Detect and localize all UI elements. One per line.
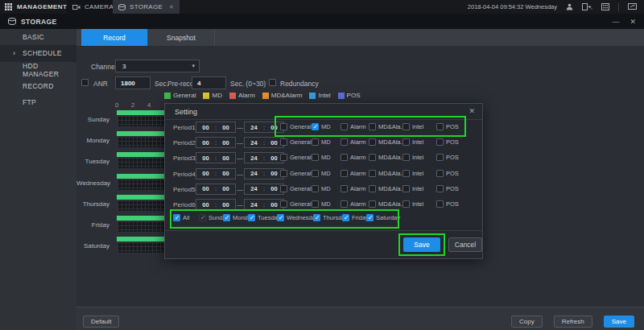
checkbox-period6-pos[interactable]: POS <box>436 200 459 208</box>
sidebar-item-ftp[interactable]: › FTP <box>0 94 76 110</box>
day-checkbox-wednesday[interactable]: Wednesday <box>277 214 318 221</box>
legend-swatch <box>203 93 209 99</box>
checkbox-period3-general[interactable]: General <box>280 154 312 161</box>
start-time-input[interactable]: 00:00 <box>196 137 236 148</box>
legend-swatch <box>309 93 316 99</box>
checkbox-period4-general[interactable]: General <box>280 170 312 177</box>
start-time-input[interactable]: 00:00 <box>196 168 236 179</box>
checkbox-period1-intel[interactable]: Intel <box>402 123 423 130</box>
sidebar-item-schedule[interactable]: › SCHEDULE <box>0 45 76 61</box>
schedule-day-label: Saturday <box>76 242 113 250</box>
checkbox-period2-general[interactable]: General <box>280 138 312 146</box>
checkbox-period3-intel[interactable]: Intel <box>402 154 423 161</box>
top-menu-bar: MANAGEMENT CAMERA ✕ STORAGE ✕ 2018-04-04… <box>0 0 644 14</box>
channel-select[interactable]: 3 ▾ <box>115 60 200 72</box>
checkbox-period5-general[interactable]: General <box>280 185 312 192</box>
period-label: Period2 <box>173 139 196 146</box>
checkbox-period4-md[interactable]: MD <box>312 170 331 177</box>
checkbox-period5-intel[interactable]: Intel <box>402 185 423 192</box>
record-type-legend: General MD Alarm MD&Alarm Intel POS <box>164 92 361 99</box>
legend-swatch <box>229 93 236 99</box>
checkbox-period2-md-ala[interactable]: MD&Ala... <box>369 138 406 146</box>
topbar-right: 2018-04-04 09:54:32 Wednesday <box>468 0 644 14</box>
checkbox-period1-general[interactable]: General <box>280 123 312 130</box>
checkbox-period4-alarm[interactable]: Alarm <box>341 170 366 177</box>
checkbox-period5-md[interactable]: MD <box>312 185 331 192</box>
sidebar-item-basic[interactable]: › BASIC <box>0 29 76 45</box>
dialog-close-icon[interactable]: ✕ <box>469 107 475 115</box>
checkbox-period6-intel[interactable]: Intel <box>402 200 423 208</box>
legend-item-alarm: Alarm <box>229 92 255 99</box>
start-time-input[interactable]: 00:00 <box>196 122 236 133</box>
checkbox-period2-intel[interactable]: Intel <box>402 138 423 146</box>
schedule-day-label: Sunday <box>76 116 113 123</box>
day-checkbox-friday[interactable]: Friday <box>342 214 369 221</box>
period-label: Period4 <box>173 171 196 178</box>
anr-checkbox[interactable] <box>81 79 89 86</box>
checkbox-period2-md[interactable]: MD <box>312 138 331 146</box>
start-time-input[interactable]: 00:00 <box>196 184 236 195</box>
dialog-save-button[interactable]: Save <box>403 237 440 252</box>
end-time-input[interactable]: 24:00 <box>244 199 284 210</box>
checkbox-period1-md[interactable]: MD <box>312 123 331 130</box>
channel-value: 3 <box>122 63 126 70</box>
day-checkbox-tuesday[interactable]: Tuesday <box>248 214 281 221</box>
checkbox-period3-md[interactable]: MD <box>312 154 331 161</box>
checkbox-period3-alarm[interactable]: Alarm <box>341 154 366 161</box>
refresh-button[interactable]: Refresh <box>554 316 592 328</box>
window-close-icon[interactable]: ✕ <box>630 18 636 26</box>
default-button[interactable]: Default <box>83 316 119 328</box>
logout-icon[interactable] <box>582 3 592 10</box>
checkbox-period4-intel[interactable]: Intel <box>402 170 423 177</box>
user-icon[interactable] <box>566 3 573 10</box>
tab-storage-label: STORAGE <box>130 3 163 10</box>
checkbox-period6-alarm[interactable]: Alarm <box>341 200 366 208</box>
day-checkbox-saturday[interactable]: Saturday <box>366 214 400 221</box>
save-button[interactable]: Save <box>604 316 634 328</box>
tab-storage[interactable]: STORAGE ✕ <box>113 0 180 14</box>
checkbox-period4-md-ala[interactable]: MD&Ala... <box>369 170 406 177</box>
minimize-icon[interactable]: — <box>612 18 619 26</box>
storage-disk-icon <box>8 18 16 25</box>
checkbox-period2-alarm[interactable]: Alarm <box>341 138 366 146</box>
copy-button[interactable]: Copy <box>511 316 543 328</box>
tab-snapshot[interactable]: Snapshot <box>148 29 215 46</box>
end-time-input[interactable]: 24:00 <box>244 152 284 163</box>
start-time-input[interactable]: 00:00 <box>196 152 236 163</box>
management-menu[interactable]: MANAGEMENT <box>5 0 67 14</box>
checkbox-period5-md-ala[interactable]: MD&Ala... <box>369 185 406 192</box>
day-checkbox-all[interactable]: All <box>173 214 189 221</box>
keyboard-icon[interactable] <box>601 3 609 10</box>
start-time-input[interactable]: 00:00 <box>196 199 236 210</box>
checkbox-period1-alarm[interactable]: Alarm <box>341 123 366 130</box>
redundancy-checkbox[interactable] <box>269 79 276 86</box>
fullscreen-icon[interactable] <box>628 3 637 10</box>
prerecord-input[interactable]: 4 <box>192 76 226 89</box>
checkbox-period5-pos[interactable]: POS <box>436 185 459 192</box>
checkbox-period4-pos[interactable]: POS <box>436 170 459 177</box>
checkbox-period3-md-ala[interactable]: MD&Ala... <box>369 154 406 161</box>
close-icon[interactable]: ✕ <box>169 4 174 10</box>
end-time-input[interactable]: 24:00 <box>244 168 284 179</box>
period-label: Period6 <box>173 201 196 208</box>
checkbox-period1-pos[interactable]: POS <box>436 123 459 130</box>
dialog-cancel-button[interactable]: Cancel <box>448 237 482 252</box>
time-range-dash: — <box>237 139 243 146</box>
end-time-input[interactable]: 24:00 <box>244 137 284 148</box>
tab-record[interactable]: Record <box>81 29 148 46</box>
redundancy-label: Redundancy <box>280 80 319 88</box>
checkbox-period5-alarm[interactable]: Alarm <box>341 185 366 192</box>
checkbox-period6-md[interactable]: MD <box>312 200 331 208</box>
legend-item-md: MD <box>203 92 221 99</box>
checkbox-period6-general[interactable]: General <box>280 200 312 208</box>
checkbox-period2-pos[interactable]: POS <box>436 138 459 146</box>
checkbox-period1-md-ala[interactable]: MD&Ala... <box>369 123 406 130</box>
sidebar-item-record[interactable]: › RECORD <box>0 78 76 94</box>
end-time-input[interactable]: 24:00 <box>244 122 284 133</box>
sidebar-item-hdd-manager[interactable]: › HDD MANAGER <box>0 62 76 78</box>
checkbox-period3-pos[interactable]: POS <box>436 154 459 161</box>
schedule-day-label: Thursday <box>76 200 113 208</box>
anr-input[interactable]: 1800 <box>115 76 151 89</box>
checkbox-period6-md-ala[interactable]: MD&Ala... <box>369 200 406 208</box>
end-time-input[interactable]: 24:00 <box>244 184 284 195</box>
